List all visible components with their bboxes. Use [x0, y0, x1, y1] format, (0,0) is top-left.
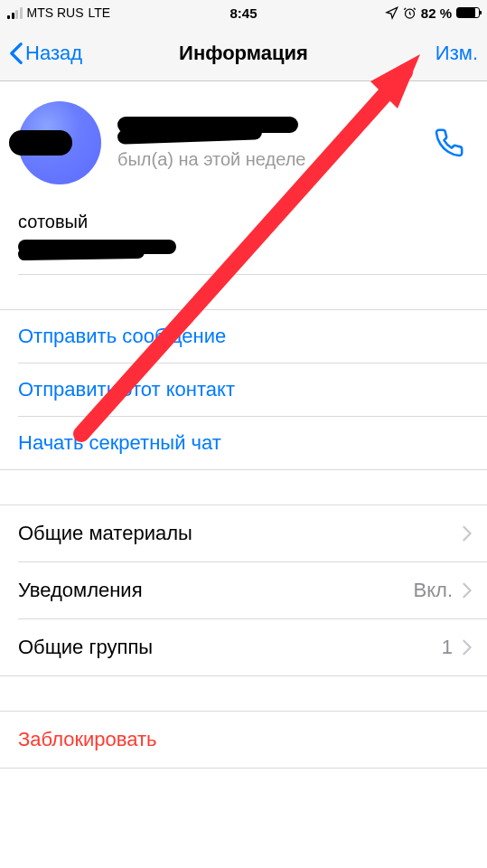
notifications-value: Вкл.: [414, 579, 454, 602]
actions-group: Отправить сообщение Отправить этот конта…: [0, 309, 487, 470]
block-group: Заблокировать: [0, 711, 487, 769]
nav-bar: Назад Информация Изм.: [0, 25, 487, 81]
clock-label: 8:45: [229, 5, 257, 21]
last-seen-label: был(а) на этой неделе: [117, 149, 429, 170]
signal-icon: [7, 7, 23, 19]
carrier-label: MTS RUS: [27, 5, 84, 20]
divider: [0, 768, 487, 769]
groups-row[interactable]: Общие группы 1: [0, 619, 487, 675]
back-label: Назад: [25, 42, 82, 65]
status-left: MTS RUS LTE: [7, 5, 110, 20]
notifications-label: Уведомления: [18, 579, 143, 602]
chevron-right-icon: [462, 582, 473, 599]
send-contact-button[interactable]: Отправить этот контакт: [0, 363, 487, 416]
battery-pct-label: 82 %: [421, 5, 452, 21]
phone-number-redacted[interactable]: [18, 236, 226, 259]
shared-media-label: Общие материалы: [18, 522, 192, 545]
phone-section: сотовый: [0, 204, 487, 274]
avatar[interactable]: [18, 101, 101, 184]
chevron-right-icon: [462, 525, 473, 542]
call-button[interactable]: [429, 123, 469, 163]
chevron-left-icon: [9, 42, 23, 65]
divider: [0, 469, 487, 470]
back-button[interactable]: Назад: [9, 42, 82, 65]
groups-count: 1: [442, 636, 453, 659]
secret-chat-button[interactable]: Начать секретный чат: [0, 417, 487, 469]
chevron-right-icon: [462, 639, 473, 656]
divider: [18, 274, 487, 275]
block-user-button[interactable]: Заблокировать: [0, 712, 487, 768]
settings-group: Общие материалы Уведомления Вкл. Общие г…: [0, 505, 487, 676]
status-right: 82 %: [385, 5, 480, 21]
groups-label: Общие группы: [18, 636, 153, 659]
shared-media-row[interactable]: Общие материалы: [0, 505, 487, 561]
status-bar: MTS RUS LTE 8:45 82 %: [0, 0, 487, 25]
redaction-mark: [9, 130, 72, 156]
contact-name-redacted: [117, 117, 316, 144]
profile-header: был(а) на этой неделе: [0, 81, 487, 204]
phone-icon: [434, 127, 464, 158]
phone-type-label: сотовый: [18, 212, 469, 232]
send-message-button[interactable]: Отправить сообщение: [0, 310, 487, 363]
notifications-row[interactable]: Уведомления Вкл.: [0, 562, 487, 618]
edit-button[interactable]: Изм.: [435, 42, 478, 65]
page-title: Информация: [179, 42, 308, 65]
network-label: LTE: [89, 5, 111, 20]
divider: [0, 675, 487, 676]
location-icon: [385, 6, 398, 20]
battery-icon: [456, 7, 480, 18]
alarm-icon: [403, 6, 417, 20]
